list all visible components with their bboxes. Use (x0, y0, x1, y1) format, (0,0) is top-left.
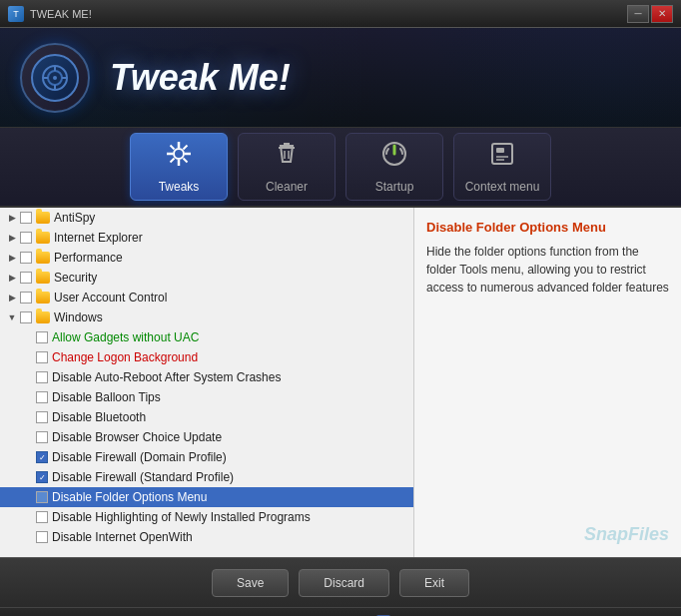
snapfiles-watermark: SnapFiles (426, 524, 669, 545)
tab-cleaner-label: Cleaner (266, 180, 308, 194)
app-logo (20, 43, 90, 113)
tree-item-security[interactable]: ▶ Security (0, 268, 413, 288)
label-disable-highlighting: Disable Highlighting of Newly Installed … (52, 510, 311, 524)
checkbox-disable-autoreboot[interactable] (36, 371, 48, 383)
tree-item-disable-bluetooth[interactable]: Disable Bluetooth (0, 407, 413, 427)
label-disable-bluetooth: Disable Bluetooth (52, 410, 146, 424)
label-windows: Windows (54, 310, 103, 324)
expand-disable-browser-choice (20, 429, 36, 445)
expand-disable-folder-options (20, 489, 36, 505)
tab-cleaner[interactable]: Cleaner (238, 133, 336, 201)
tree-item-uac[interactable]: ▶ User Account Control (0, 288, 413, 308)
tree-item-performance[interactable]: ▶ Performance (0, 248, 413, 268)
expand-disable-bluetooth (20, 409, 36, 425)
expand-allow-gadgets (20, 329, 36, 345)
checkbox-disable-folder-options[interactable] (36, 491, 48, 503)
expand-ie[interactable]: ▶ (4, 230, 20, 246)
expand-antispy[interactable]: ▶ (4, 210, 20, 226)
tweaks-icon (165, 140, 193, 174)
folder-icon-performance (36, 252, 50, 264)
main-content: ▶ AntiSpy ▶ Internet Explorer ▶ Performa… (0, 208, 681, 557)
svg-line-14 (184, 146, 188, 150)
tree-item-windows[interactable]: ▼ Windows (0, 308, 413, 327)
tree-panel[interactable]: ▶ AntiSpy ▶ Internet Explorer ▶ Performa… (0, 208, 414, 557)
tree-item-change-logon[interactable]: Change Logon Background (0, 347, 413, 367)
app-header: Tweak Me! (0, 28, 681, 128)
expand-security[interactable]: ▶ (4, 270, 20, 286)
tree-item-disable-firewall-standard[interactable]: Disable Firewall (Standard Profile) (0, 467, 413, 487)
tree-item-allow-gadgets[interactable]: Allow Gadgets without UAC (0, 327, 413, 347)
close-button[interactable]: ✕ (651, 5, 673, 23)
label-antispy: AntiSpy (54, 211, 95, 225)
status-bar: by DiSTANTX Compatible tweaks: 157\192 C… (0, 607, 681, 616)
label-disable-browser-choice: Disable Browser Choice Update (52, 430, 222, 444)
bottom-bar: Save Discard Exit (0, 557, 681, 607)
tree-item-disable-balloon[interactable]: Disable Balloon Tips (0, 387, 413, 407)
label-change-logon: Change Logon Background (52, 350, 198, 364)
svg-point-7 (174, 149, 184, 159)
svg-line-13 (184, 159, 188, 163)
expand-performance[interactable]: ▶ (4, 250, 20, 266)
checkbox-uac[interactable] (20, 292, 32, 304)
app-icon: T (8, 6, 24, 22)
expand-windows[interactable]: ▼ (4, 309, 20, 325)
folder-icon-security (36, 272, 50, 284)
tree-item-disable-internet-openwith[interactable]: Disable Internet OpenWith (0, 527, 413, 547)
checkbox-allow-gadgets[interactable] (36, 331, 48, 343)
label-disable-firewall-domain: Disable Firewall (Domain Profile) (52, 450, 227, 464)
tree-item-disable-highlighting[interactable]: Disable Highlighting of Newly Installed … (0, 507, 413, 527)
label-disable-balloon: Disable Balloon Tips (52, 390, 161, 404)
save-button[interactable]: Save (212, 569, 289, 597)
expand-change-logon (20, 349, 36, 365)
tab-context-menu-label: Context menu (465, 180, 540, 194)
info-title: Disable Folder Options Menu (426, 220, 669, 235)
tab-context-menu[interactable]: Context menu (453, 133, 551, 201)
minimize-button[interactable]: ─ (627, 5, 649, 23)
tab-startup[interactable]: Startup (345, 133, 443, 201)
checkbox-security[interactable] (20, 272, 32, 284)
checkbox-ie[interactable] (20, 232, 32, 244)
app-title: Tweak Me! (110, 57, 291, 99)
label-disable-firewall-standard: Disable Firewall (Standard Profile) (52, 470, 234, 484)
label-disable-folder-options: Disable Folder Options Menu (52, 490, 207, 504)
label-allow-gadgets: Allow Gadgets without UAC (52, 330, 199, 344)
tree-item-disable-firewall-domain[interactable]: Disable Firewall (Domain Profile) (0, 447, 413, 467)
checkbox-disable-firewall-standard[interactable] (36, 471, 48, 483)
checkbox-antispy[interactable] (20, 212, 32, 224)
cleaner-icon (273, 140, 301, 174)
checkbox-disable-balloon[interactable] (36, 391, 48, 403)
tab-startup-label: Startup (375, 180, 414, 194)
svg-point-2 (53, 76, 57, 80)
checkbox-disable-internet-openwith[interactable] (36, 531, 48, 543)
label-uac: User Account Control (54, 291, 167, 305)
context-menu-icon (488, 140, 516, 174)
info-description: Hide the folder options function from th… (426, 243, 669, 297)
expand-disable-balloon (20, 389, 36, 405)
label-performance: Performance (54, 251, 123, 265)
tree-item-antispy[interactable]: ▶ AntiSpy (0, 208, 413, 228)
expand-disable-autoreboot (20, 369, 36, 385)
tree-item-disable-browser-choice[interactable]: Disable Browser Choice Update (0, 427, 413, 447)
tree-item-disable-folder-options[interactable]: Disable Folder Options Menu (0, 487, 413, 507)
title-bar-text: TWEAK ME! (30, 8, 92, 20)
svg-line-15 (171, 159, 175, 163)
exit-button[interactable]: Exit (399, 569, 469, 597)
checkbox-disable-browser-choice[interactable] (36, 431, 48, 443)
folder-icon-antispy (36, 212, 50, 224)
checkbox-disable-bluetooth[interactable] (36, 411, 48, 423)
label-security: Security (54, 271, 97, 285)
checkbox-disable-firewall-domain[interactable] (36, 451, 48, 463)
tab-tweaks-label: Tweaks (159, 180, 200, 194)
checkbox-performance[interactable] (20, 252, 32, 264)
label-disable-autoreboot: Disable Auto-Reboot After System Crashes (52, 370, 281, 384)
checkbox-windows[interactable] (20, 311, 32, 323)
tab-tweaks[interactable]: Tweaks (130, 133, 228, 201)
tree-item-ie[interactable]: ▶ Internet Explorer (0, 228, 413, 248)
tree-item-disable-autoreboot[interactable]: Disable Auto-Reboot After System Crashes (0, 367, 413, 387)
checkbox-disable-highlighting[interactable] (36, 511, 48, 523)
discard-button[interactable]: Discard (299, 569, 389, 597)
expand-uac[interactable]: ▶ (4, 290, 20, 306)
expand-disable-internet-openwith (20, 529, 36, 545)
folder-icon-windows (36, 311, 50, 323)
checkbox-change-logon[interactable] (36, 351, 48, 363)
